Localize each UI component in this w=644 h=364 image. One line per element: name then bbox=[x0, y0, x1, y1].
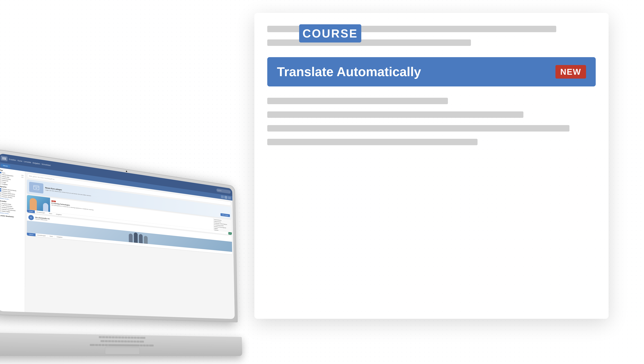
laptop-base bbox=[0, 332, 242, 356]
chemmedis-avatar-text: C bbox=[30, 216, 32, 218]
tab-aufgaben[interactable]: Aufgaben bbox=[54, 212, 64, 216]
course-badge: COURSE bbox=[299, 24, 361, 42]
person-silhouette-2 bbox=[43, 203, 48, 212]
checkbox-de-de bbox=[0, 188, 1, 190]
checkbox-fi bbox=[0, 196, 1, 197]
person-d bbox=[144, 236, 148, 244]
person-silhouette bbox=[30, 198, 37, 210]
checkbox-frage bbox=[0, 181, 2, 183]
btn-expand[interactable]: ▶ bbox=[228, 232, 232, 235]
tab-team[interactable]: Team bbox=[47, 212, 54, 215]
laptop-trackpad[interactable] bbox=[105, 347, 140, 354]
person-c bbox=[139, 234, 143, 243]
translate-section: Translate Automatically NEW bbox=[267, 57, 596, 86]
neuen-btn[interactable]: Neuen bbox=[1, 164, 10, 168]
nav-schnellstart[interactable]: Schnellstart bbox=[42, 163, 51, 166]
checkbox-de-uk bbox=[0, 190, 1, 192]
checkbox-mm bbox=[0, 210, 1, 212]
checkbox-kurs bbox=[0, 172, 2, 173]
svg-rect-5 bbox=[36, 188, 37, 189]
nav-aufgaben[interactable]: Aufgaben bbox=[32, 162, 40, 165]
search-icon: ⌕ bbox=[229, 191, 230, 193]
screen-search[interactable]: Suchen ⌕ bbox=[216, 188, 231, 194]
placeholder-bar-5 bbox=[267, 125, 570, 132]
elearn-card-img bbox=[27, 195, 50, 212]
course-new-icon bbox=[29, 182, 44, 194]
checkbox-dok bbox=[0, 178, 2, 179]
placeholder-bar-6 bbox=[267, 139, 478, 145]
translate-button-label[interactable]: Translate Automatically bbox=[277, 64, 421, 79]
checkbox-de-oe bbox=[0, 192, 1, 194]
placeholder-bar-4 bbox=[267, 112, 524, 118]
course-new-button[interactable]: Jetzt anlegen bbox=[220, 213, 230, 217]
laptop-screen-bezel: Erstellen Kurse Lernziele Aufgaben Schne… bbox=[0, 153, 235, 319]
chemmedis-avatar: C bbox=[28, 215, 34, 220]
nav-kurse[interactable]: Kurse bbox=[18, 160, 22, 162]
label-kurs: Kurs bbox=[2, 172, 5, 174]
chemmedis-tab-oeffnen[interactable]: Öffnen bbox=[27, 233, 36, 236]
checkbox-ru bbox=[0, 194, 1, 195]
label-frage: Frage bbox=[2, 181, 6, 183]
view-list[interactable] bbox=[224, 196, 227, 199]
checkbox-lf bbox=[0, 204, 1, 206]
view-grid[interactable] bbox=[221, 195, 224, 198]
checkbox-aufgabe bbox=[0, 183, 2, 185]
checkbox-reise bbox=[0, 179, 2, 181]
view-option[interactable] bbox=[228, 196, 231, 200]
person-b bbox=[134, 232, 138, 243]
chemmedis-tab-team[interactable]: Team bbox=[48, 234, 55, 238]
right-panel: Translate Automatically NEW bbox=[254, 13, 608, 319]
svg-line-4 bbox=[34, 186, 39, 187]
main-search-placeholder: Bitte geben Sie Ihren Suchbegriff an bbox=[29, 175, 54, 180]
new-badge: NEW bbox=[556, 65, 586, 78]
laptop-lid: Erstellen Kurse Lernziele Aufgaben Schne… bbox=[0, 149, 238, 322]
search-placeholder: Suchen bbox=[217, 190, 222, 192]
checkbox-bb bbox=[0, 202, 1, 204]
checkbox-wissen bbox=[0, 174, 2, 175]
checkbox-df bbox=[0, 208, 1, 210]
laptop-keyboard bbox=[0, 334, 237, 348]
elearn-expanded-panel: Zusammenfassung Inhaltsverzeichnis Einst… bbox=[213, 218, 232, 232]
nav-erstellen[interactable]: Erstellen bbox=[9, 158, 16, 161]
count-kurs: 800 bbox=[22, 175, 24, 176]
placeholder-bar-2 bbox=[267, 40, 471, 46]
screen-sidebar: Typ Kurs 800 Wissensbaustein 507 bbox=[0, 168, 25, 312]
placeholder-bar-3 bbox=[267, 98, 448, 104]
laptop: Erstellen Kurse Lernziele Aufgaben Schne… bbox=[0, 146, 258, 356]
laptop-screen-content: Erstellen Kurse Lernziele Aufgaben Schne… bbox=[0, 153, 235, 319]
label-aufgabe: Aufgabe bbox=[2, 183, 8, 186]
svg-rect-3 bbox=[34, 185, 39, 190]
laptop-camera bbox=[126, 171, 127, 172]
bottom-placeholder-bars bbox=[267, 98, 596, 145]
course-badge-label: COURSE bbox=[302, 27, 358, 40]
checkbox-ak bbox=[0, 206, 1, 208]
person-a bbox=[129, 234, 132, 242]
chemmedis-tab-aufgaben[interactable]: Aufgaben bbox=[55, 235, 64, 239]
checkbox-media bbox=[0, 176, 2, 177]
nav-lernziele[interactable]: Lernziele bbox=[24, 160, 31, 164]
screen-logo bbox=[1, 156, 8, 161]
elearn-tag: NEU bbox=[52, 200, 56, 202]
count-wissen: 507 bbox=[22, 176, 24, 178]
